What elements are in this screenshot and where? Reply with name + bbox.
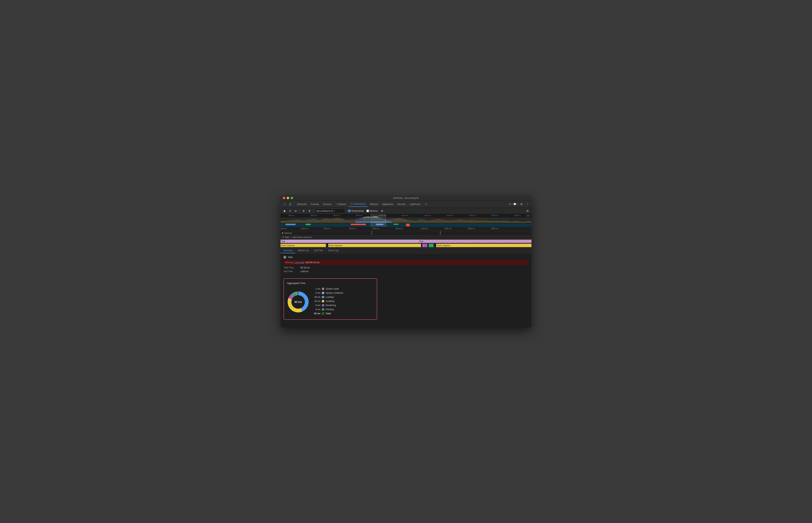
total-time-row: Total Time 90.16 ms <box>284 266 528 269</box>
maximize-button[interactable] <box>290 197 293 199</box>
legend-name-rendering: Rendering <box>326 304 336 307</box>
settings-icon[interactable]: ⚙ <box>519 202 524 207</box>
tab-security[interactable]: Security <box>395 202 407 207</box>
network-expand-icon[interactable]: ▶ <box>282 232 284 234</box>
legend-color-system-children <box>322 292 324 294</box>
ztick-8260: 8260 ms <box>421 228 428 230</box>
event-bar-3[interactable]: Event: keypress <box>436 244 531 247</box>
legend-color-rendering <box>322 304 324 306</box>
tab-application[interactable]: Application <box>380 202 395 207</box>
tab-performance[interactable]: Performance <box>349 202 368 207</box>
event-flame-row[interactable]: Event: keypress Event: keypress C... Eve… <box>281 244 531 248</box>
task-flame-row[interactable]: Task Task <box>281 239 531 244</box>
network-track-content[interactable] <box>303 231 531 235</box>
green-bar[interactable] <box>429 244 434 247</box>
nav-divider-1 <box>294 202 294 206</box>
ztick-8240: 8240 ms <box>396 228 403 230</box>
tab-memory[interactable]: Memory <box>368 202 380 207</box>
tab-lighthouse[interactable]: Lighthouse <box>408 202 423 207</box>
legend-row-loading: 39 ms Loading <box>314 296 374 299</box>
task-header: Task <box>284 256 528 258</box>
settings-gear-icon[interactable]: ⚙ <box>525 209 530 213</box>
tab-console[interactable]: Console <box>309 202 321 207</box>
event-bar-2[interactable]: Event: keypress <box>328 244 421 247</box>
tab-network[interactable]: Network <box>334 202 348 207</box>
legend-row-scripting: 34 ms Scripting <box>314 300 374 303</box>
legend-row-system-children: 0 ms System (children) <box>314 292 374 294</box>
devtools-window: DevTools - docs.sentry.io/ ⊹ ⊡ Elements … <box>281 195 531 328</box>
url-selector[interactable]: docs.sentry.io #1 ▾ <box>315 209 345 213</box>
legend-name-scripting: Scripting <box>326 300 334 303</box>
tab-summary[interactable]: Summary <box>281 248 295 253</box>
legend-value-2: 39 ms <box>314 296 320 299</box>
legend-color-painting <box>322 308 324 310</box>
task-bar-2[interactable]: Task <box>419 240 531 243</box>
error-badge: ⊗ 3 <box>509 203 513 205</box>
legend-name-loading: Loading <box>326 296 334 299</box>
extra-settings-icon[interactable]: ⚙ <box>379 209 385 213</box>
bottom-tabs: Summary Bottom-Up Call Tree Event Log <box>281 248 531 253</box>
warning-badge: 💬 1 <box>513 203 518 205</box>
tab-more[interactable]: >> <box>423 202 429 207</box>
chevron-down-icon: ▾ <box>334 210 335 212</box>
ztick-140: 140 ms <box>281 228 287 230</box>
task-title: Task <box>288 256 293 258</box>
ztick-8280: 8280 ms <box>444 228 452 230</box>
screenshot-strip <box>281 217 531 222</box>
tab-sources[interactable]: Sources <box>321 202 333 207</box>
screenshots-checkbox-label[interactable]: Screenshots <box>348 210 364 212</box>
toolbar: ⏺ ↺ ⊘ ⬆ ⬇ docs.sentry.io #1 ▾ Screenshot… <box>281 208 531 214</box>
legend-row-system-self: 2 ms System (self) <box>314 288 374 290</box>
self-time-row: Self Time 1.84 ms <box>284 270 528 273</box>
screenshots-checkbox[interactable] <box>348 210 351 212</box>
donut-chart: 90 ms <box>287 291 310 313</box>
self-time-value: 1.84 ms <box>300 270 308 273</box>
close-button[interactable] <box>283 197 285 199</box>
memory-checkbox[interactable] <box>367 210 369 212</box>
inspect-icon[interactable]: ⊹ <box>282 202 287 207</box>
event-divider <box>326 244 326 247</box>
memory-checkbox-label[interactable]: Memory <box>367 210 378 212</box>
legend-value-5: 8 ms <box>314 308 320 311</box>
reload-button[interactable]: ↺ <box>288 209 293 213</box>
donut-center-label: 90 ms <box>294 301 302 303</box>
task-bar-1[interactable]: Task <box>281 240 419 243</box>
main-expand-icon[interactable]: ▼ <box>282 236 284 238</box>
titlebar: DevTools - docs.sentry.io/ <box>281 195 531 201</box>
legend-color-scripting <box>322 300 324 302</box>
ztick-8300: 8300 ms <box>468 228 475 230</box>
ztick-8200: 8200 ms <box>349 228 356 230</box>
minimize-button[interactable] <box>287 197 289 199</box>
upload-button[interactable]: ⬆ <box>301 209 306 213</box>
long-task-link[interactable]: Long task <box>294 261 304 264</box>
legend-color-system-self <box>322 288 324 290</box>
net-bar <box>281 223 531 227</box>
tracks-area: ▶ Network ▼ Main — https://docs.sentry.i… <box>281 231 531 248</box>
legend-color-loading <box>322 296 324 298</box>
task-icon <box>284 256 286 258</box>
tab-elements[interactable]: Elements <box>295 202 308 207</box>
bottom-panel: Summary Bottom-Up Call Tree Event Log Ta… <box>281 248 531 328</box>
tab-event-log[interactable]: Event Log <box>326 248 341 253</box>
legend-row-painting: 8 ms Painting <box>314 308 374 311</box>
clear-button[interactable]: ⊘ <box>293 209 298 213</box>
more-icon[interactable]: ⋮ <box>525 202 530 207</box>
record-button[interactable]: ⏺ <box>282 209 287 213</box>
traffic-lights <box>283 197 293 199</box>
overview-timeline[interactable]: CPU NET 2000 ms 4000 ms 6000 ms 8000 ms … <box>281 214 531 227</box>
ztick-8320: 8320 ms <box>491 228 498 230</box>
screenshots-label: Screenshots <box>351 210 364 212</box>
svg-rect-1 <box>306 224 311 225</box>
event-bar-1[interactable]: Event: keypress <box>281 244 326 247</box>
zoomed-timeline-header: 140 ms 8160 ms 8180 ms 8200 ms 8220 ms 8… <box>281 227 531 231</box>
tab-call-tree[interactable]: Call Tree <box>312 248 326 253</box>
device-icon[interactable]: ⊡ <box>288 202 293 207</box>
network-label: Network <box>284 232 292 234</box>
network-track-label: ▶ Network <box>281 232 303 234</box>
c-bar[interactable]: C... <box>422 244 427 247</box>
aggregated-title: Aggregated Time <box>287 282 374 285</box>
legend-row-rendering: 8 ms Rendering <box>314 304 374 307</box>
download-button[interactable]: ⬇ <box>307 209 312 213</box>
main-thread-header: ▼ Main — https://docs.sentry.io/ <box>281 235 531 239</box>
tab-bottom-up[interactable]: Bottom-Up <box>295 248 311 253</box>
